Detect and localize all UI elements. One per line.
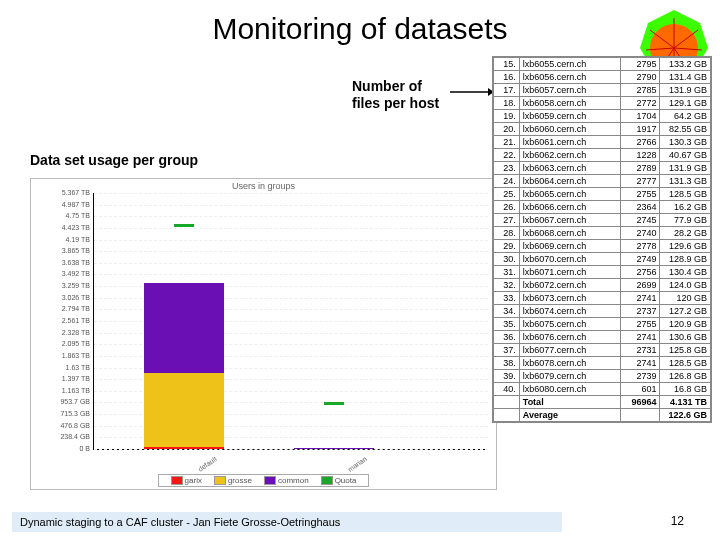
- chart-title: Users in groups: [31, 179, 496, 193]
- table-row: 29.lxb6069.cern.ch2778129.6 GB: [494, 240, 711, 253]
- y-tick: 3.638 TB: [40, 259, 90, 266]
- table-row: 35.lxb6075.cern.ch2755120.9 GB: [494, 318, 711, 331]
- arrow-icon: [450, 85, 494, 87]
- y-tick: 4.423 TB: [40, 224, 90, 231]
- table-row: 31.lxb6071.cern.ch2756130.4 GB: [494, 266, 711, 279]
- table-row: 36.lxb6076.cern.ch2741130.6 GB: [494, 331, 711, 344]
- y-tick: 1.63 TB: [40, 364, 90, 371]
- table-row: 17.lxb6057.cern.ch2785131.9 GB: [494, 84, 711, 97]
- table-row: 16.lxb6056.cern.ch2790131.4 GB: [494, 71, 711, 84]
- y-tick: 715.3 GB: [40, 410, 90, 417]
- table-row: 26.lxb6066.cern.ch236416.2 GB: [494, 201, 711, 214]
- table-row: 20.lxb6060.cern.ch191782.55 GB: [494, 123, 711, 136]
- table-row: 30.lxb6070.cern.ch2749128.9 GB: [494, 253, 711, 266]
- y-tick: 2.095 TB: [40, 340, 90, 347]
- y-tick: 3.865 TB: [40, 247, 90, 254]
- y-tick: 0 B: [40, 445, 90, 452]
- y-tick: 3.259 TB: [40, 282, 90, 289]
- table-average: Average122.6 GB: [494, 409, 711, 422]
- table-row: 22.lxb6062.cern.ch122840.67 GB: [494, 149, 711, 162]
- y-tick: 953.7 GB: [40, 398, 90, 405]
- table-row: 19.lxb6059.cern.ch170464.2 GB: [494, 110, 711, 123]
- chart-legend: garixgrossecommonQuota: [31, 474, 496, 487]
- y-tick: 1.863 TB: [40, 352, 90, 359]
- table-row: 33.lxb6073.cern.ch2741120 GB: [494, 292, 711, 305]
- y-tick: 238.4 GB: [40, 433, 90, 440]
- table-row: 39.lxb6079.cern.ch2739126.8 GB: [494, 370, 711, 383]
- table-row: 25.lxb6065.cern.ch2755128.5 GB: [494, 188, 711, 201]
- table-row: 21.lxb6061.cern.ch2766130.3 GB: [494, 136, 711, 149]
- y-tick: 4.987 TB: [40, 201, 90, 208]
- table-row: 15.lxb6055.cern.ch2795133.2 GB: [494, 58, 711, 71]
- table-row: 27.lxb6067.cern.ch274577.9 GB: [494, 214, 711, 227]
- y-tick: 1.397 TB: [40, 375, 90, 382]
- y-tick: 3.492 TB: [40, 270, 90, 277]
- table-row: 32.lxb6072.cern.ch2699124.0 GB: [494, 279, 711, 292]
- y-tick: 4.19 TB: [40, 236, 90, 243]
- y-tick: 476.8 GB: [40, 422, 90, 429]
- table-row: 28.lxb6068.cern.ch274028.2 GB: [494, 227, 711, 240]
- page-number: 12: [671, 514, 684, 528]
- table-row: 24.lxb6064.cern.ch2777131.3 GB: [494, 175, 711, 188]
- footer-bar: Dynamic staging to a CAF cluster - Jan F…: [12, 512, 562, 532]
- y-tick: 4.75 TB: [40, 212, 90, 219]
- table-row: 37.lxb6077.cern.ch2731125.8 GB: [494, 344, 711, 357]
- y-tick: 2.328 TB: [40, 329, 90, 336]
- y-tick: 3.026 TB: [40, 294, 90, 301]
- y-tick: 1.163 TB: [40, 387, 90, 394]
- y-tick: 5.367 TB: [40, 189, 90, 196]
- chart-users-in-groups: Users in groups 0 B238.4 GB476.8 GB715.3…: [30, 178, 497, 490]
- footer-text: Dynamic staging to a CAF cluster - Jan F…: [20, 516, 340, 528]
- table-row: 40.lxb6080.cern.ch60116.8 GB: [494, 383, 711, 396]
- table-row: 18.lxb6058.cern.ch2772129.1 GB: [494, 97, 711, 110]
- table-row: 38.lxb6078.cern.ch2741128.5 GB: [494, 357, 711, 370]
- label-dataset-usage: Data set usage per group: [30, 152, 198, 168]
- y-tick: 2.561 TB: [40, 317, 90, 324]
- table-row: 34.lxb6074.cern.ch2737127.2 GB: [494, 305, 711, 318]
- label-number-of-files: Number offiles per host: [352, 78, 439, 112]
- table-row: 23.lxb6063.cern.ch2789131.9 GB: [494, 162, 711, 175]
- host-table: 15.lxb6055.cern.ch2795133.2 GB16.lxb6056…: [492, 56, 712, 423]
- page-title: Monitoring of datasets: [0, 12, 720, 46]
- y-tick: 2.794 TB: [40, 305, 90, 312]
- table-total: Total969644.131 TB: [494, 396, 711, 409]
